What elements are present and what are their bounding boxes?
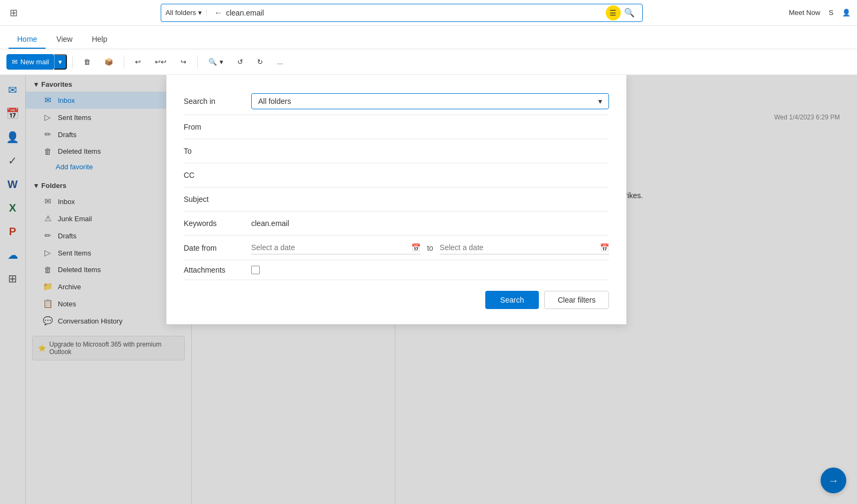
date-to-separator: to [427,244,433,252]
search-filter-button[interactable]: ☰ [606,5,621,20]
date-to-input[interactable] [440,243,596,252]
search-in-label: Search in [184,97,243,106]
keywords-input[interactable] [251,217,609,230]
search-panel: Search in All folders ▾ From To CC Subje… [166,75,627,325]
cc-row: CC [184,163,609,187]
more-button[interactable]: ... [272,55,288,69]
new-mail-dropdown-button[interactable]: ▾ [54,54,67,70]
search-bar: All folders ▾ ← ☰ 🔍 [161,4,643,22]
toolbar-divider-2 [124,56,124,69]
search-submit-icon[interactable]: 🔍 [621,7,638,18]
search-button[interactable]: Search [485,291,539,309]
keywords-label: Keywords [184,219,243,228]
forward-icon: ↪ [181,58,186,66]
top-bar: ⊞ All folders ▾ ← ☰ 🔍 Meet Now S 👤 [0,0,857,26]
search-in-value: All folders [258,97,291,106]
to-row: To [184,139,609,163]
from-input[interactable] [251,121,609,133]
tab-view[interactable]: View [48,31,81,49]
date-to-input-group: 📅 [440,241,609,254]
zoom-button[interactable]: 🔍▾ [203,55,229,69]
reply-all-icon: ↩↩ [155,58,167,66]
chevron-down-icon: ▾ [198,9,202,17]
top-right-actions: Meet Now S 👤 [789,9,851,17]
account-icon[interactable]: 👤 [842,9,851,17]
toolbar-divider-1 [72,56,73,69]
search-scope-selector[interactable]: All folders ▾ [166,9,207,17]
calendar-from-icon[interactable]: 📅 [411,243,420,252]
filter-icon: ☰ [610,9,617,17]
meet-now-button[interactable]: Meet Now [789,9,821,17]
new-mail-button[interactable]: ✉ New mail [6,54,54,70]
search-in-select[interactable]: All folders ▾ [251,93,609,109]
reply-all-button[interactable]: ↩↩ [149,55,172,69]
search-input[interactable] [226,9,606,17]
archive-button[interactable]: 📦 [99,55,118,69]
cc-label: CC [184,171,243,179]
date-row: Date from 📅 to 📅 [184,236,609,260]
undo-icon: ↺ [237,58,243,66]
search-panel-actions: Search Clear filters [184,291,609,309]
search-in-row: Search in All folders ▾ [184,88,609,115]
date-from-label: Date from [184,244,243,252]
date-from-input-group: 📅 [251,241,420,254]
search-back-button[interactable]: ← [211,8,226,18]
subject-label: Subject [184,195,243,204]
date-range: 📅 to 📅 [251,241,609,254]
delete-icon: 🗑 [84,58,91,66]
nav-tabs: Home View Help [0,26,857,49]
app-grid-icon[interactable]: ⊞ [6,4,21,22]
date-from-input[interactable] [251,243,407,252]
attachments-checkbox-group [251,266,260,274]
to-input[interactable] [251,145,609,157]
from-label: From [184,123,243,131]
skype-icon[interactable]: S [829,9,833,17]
to-label: To [184,147,243,155]
calendar-to-icon[interactable]: 📅 [600,243,609,252]
clear-filters-button[interactable]: Clear filters [544,291,609,309]
chevron-down-search-icon: ▾ [598,97,602,106]
main-content: ✉ 📅 👤 ✓ W X P ☁ ⊞ ▾ Favorites ✉ Inbox 74… [0,75,857,504]
redo-icon: ↻ [257,58,263,66]
toolbar-divider-3 [197,56,198,69]
reply-button[interactable]: ↩ [130,55,146,69]
forward-button[interactable]: ↪ [175,55,192,69]
undo-button[interactable]: ↺ [232,55,249,69]
attachments-row: Attachments [184,260,609,280]
new-mail-group: ✉ New mail ▾ [6,54,67,70]
subject-input[interactable] [251,193,609,206]
cc-input[interactable] [251,169,609,182]
attachments-label: Attachments [184,266,243,274]
keywords-row: Keywords [184,212,609,236]
archive-icon: 📦 [104,58,113,66]
subject-row: Subject [184,187,609,212]
delete-button[interactable]: 🗑 [78,55,96,69]
redo-button[interactable]: ↻ [252,55,268,69]
attachments-checkbox[interactable] [251,266,260,274]
from-row: From [184,115,609,139]
tab-help[interactable]: Help [83,31,116,49]
new-mail-icon: ✉ [12,58,18,66]
new-mail-label: New mail [20,58,49,66]
tab-home[interactable]: Home [9,31,46,49]
zoom-icon: 🔍 [208,58,217,66]
search-scope-label: All folders [166,9,196,17]
reply-icon: ↩ [135,58,141,66]
toolbar: ✉ New mail ▾ 🗑 📦 ↩ ↩↩ ↪ 🔍▾ ↺ ↻ ... [0,49,857,75]
